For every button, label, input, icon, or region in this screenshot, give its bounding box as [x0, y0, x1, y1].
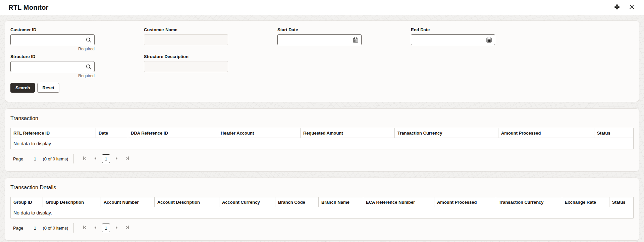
first-page-button[interactable]	[82, 225, 87, 231]
column-header-status[interactable]: Status	[594, 128, 633, 138]
last-page-icon	[125, 156, 130, 162]
calendar-icon[interactable]	[486, 37, 492, 43]
structure-id-input[interactable]	[10, 61, 95, 72]
last-page-button[interactable]	[125, 156, 130, 162]
structure-id-label: Structure ID	[10, 54, 95, 59]
required-hint: Required	[10, 74, 95, 78]
column-header-date[interactable]: Date	[96, 128, 128, 138]
column-header-dda-reference-id[interactable]: DDA Reference ID	[128, 128, 218, 138]
page-number-input[interactable]: 1	[33, 226, 37, 231]
filter-card: Customer ID Required Customer Name Start…	[5, 20, 639, 102]
field-customer-name: Customer Name	[144, 27, 228, 51]
transaction-table: RTL Reference ID Date DDA Reference ID H…	[10, 128, 634, 149]
structure-description-label: Structure Description	[144, 54, 228, 59]
prev-page-icon	[93, 156, 97, 161]
first-page-icon	[82, 156, 87, 162]
field-structure-id: Structure ID Required	[10, 54, 95, 78]
column-header-account-number[interactable]: Account Number	[101, 197, 155, 207]
column-header-status[interactable]: Status	[609, 197, 633, 207]
structure-description-input	[144, 61, 228, 72]
pagination-divider	[73, 223, 74, 233]
transaction-details-section: Transaction Details Group ID Group Descr…	[5, 178, 639, 241]
column-header-branch-name[interactable]: Branch Name	[319, 197, 363, 207]
column-header-account-description[interactable]: Account Description	[155, 197, 219, 207]
field-start-date: Start Date	[277, 27, 362, 51]
start-date-label: Start Date	[277, 27, 362, 32]
transaction-details-table: Group ID Group Description Account Numbe…	[10, 197, 634, 219]
required-hint: Required	[10, 47, 95, 51]
window-controls	[613, 3, 635, 12]
pagination-divider	[73, 154, 74, 163]
transaction-details-pagination: Page 1 (0 of 0 items) 1	[10, 223, 634, 233]
customer-name-input	[144, 34, 228, 45]
field-customer-id: Customer ID Required	[10, 27, 95, 51]
empty-state-text: No data to display.	[11, 207, 633, 218]
column-header-branch-code[interactable]: Branch Code	[275, 197, 319, 207]
search-button[interactable]: Search	[10, 83, 35, 93]
end-date-label: End Date	[411, 27, 495, 32]
end-date-input[interactable]	[411, 34, 495, 45]
filter-actions: Search Reset	[10, 83, 634, 93]
rtl-monitor-window: RTL Monitor	[0, 0, 644, 242]
collapse-icon	[614, 4, 620, 11]
current-page-box[interactable]: 1	[102, 224, 110, 232]
page-label: Page	[13, 226, 23, 231]
page-number-input[interactable]: 1	[33, 156, 37, 161]
filter-form: Customer ID Required Customer Name Start…	[10, 27, 634, 78]
items-count: (0 of 0 items)	[43, 156, 68, 161]
column-header-amount-processed[interactable]: Amount Processed	[434, 197, 496, 207]
column-header-group-id[interactable]: Group ID	[11, 197, 43, 207]
next-page-button[interactable]	[115, 156, 119, 161]
column-header-transaction-currency[interactable]: Transaction Currency	[496, 197, 562, 207]
column-header-group-description[interactable]: Group Description	[43, 197, 101, 207]
page-title: RTL Monitor	[8, 4, 49, 11]
next-page-icon	[115, 156, 119, 161]
first-page-button[interactable]	[82, 156, 87, 162]
customer-name-label: Customer Name	[144, 27, 228, 32]
customer-id-input[interactable]	[10, 34, 95, 45]
transaction-table-header: RTL Reference ID Date DDA Reference ID H…	[11, 128, 633, 138]
search-icon[interactable]	[86, 37, 92, 43]
column-header-amount-processed[interactable]: Amount Processed	[498, 128, 594, 138]
transaction-details-title: Transaction Details	[10, 185, 634, 191]
transaction-section: Transaction RTL Reference ID Date DDA Re…	[5, 108, 639, 172]
close-icon	[629, 4, 635, 11]
transaction-pagination: Page 1 (0 of 0 items) 1	[10, 154, 634, 164]
transaction-title: Transaction	[10, 115, 634, 122]
items-count: (0 of 0 items)	[43, 226, 68, 231]
prev-page-button[interactable]	[93, 156, 97, 161]
window-header: RTL Monitor	[0, 0, 644, 15]
empty-state-text: No data to display.	[11, 138, 633, 149]
prev-page-icon	[93, 226, 97, 231]
column-header-exchange-rate[interactable]: Exchange Rate	[562, 197, 609, 207]
last-page-icon	[125, 225, 130, 231]
page-label: Page	[13, 156, 23, 161]
reset-button[interactable]: Reset	[37, 83, 59, 93]
prev-page-button[interactable]	[93, 226, 97, 231]
current-page-box[interactable]: 1	[102, 154, 110, 163]
next-page-icon	[115, 226, 119, 231]
customer-id-label: Customer ID	[10, 27, 95, 32]
field-structure-description: Structure Description	[144, 54, 228, 78]
search-icon[interactable]	[86, 64, 92, 70]
start-date-input[interactable]	[277, 34, 362, 45]
transaction-details-table-header: Group ID Group Description Account Numbe…	[11, 197, 633, 207]
column-header-header-account[interactable]: Header Account	[218, 128, 301, 138]
next-page-button[interactable]	[115, 226, 119, 231]
column-header-transaction-currency[interactable]: Transaction Currency	[395, 128, 498, 138]
last-page-button[interactable]	[125, 225, 130, 231]
close-button[interactable]	[628, 3, 635, 11]
calendar-icon[interactable]	[353, 37, 359, 43]
column-header-account-currency[interactable]: Account Currency	[219, 197, 275, 207]
content-area: Customer ID Required Customer Name Start…	[0, 15, 644, 241]
column-header-requested-amount[interactable]: Requested Amount	[301, 128, 395, 138]
first-page-icon	[82, 225, 87, 231]
column-header-rtl-reference-id[interactable]: RTL Reference ID	[11, 128, 96, 138]
column-header-eca-reference-number[interactable]: ECA Reference Number	[363, 197, 434, 207]
field-end-date: End Date	[411, 27, 495, 51]
collapse-button[interactable]	[613, 3, 621, 12]
